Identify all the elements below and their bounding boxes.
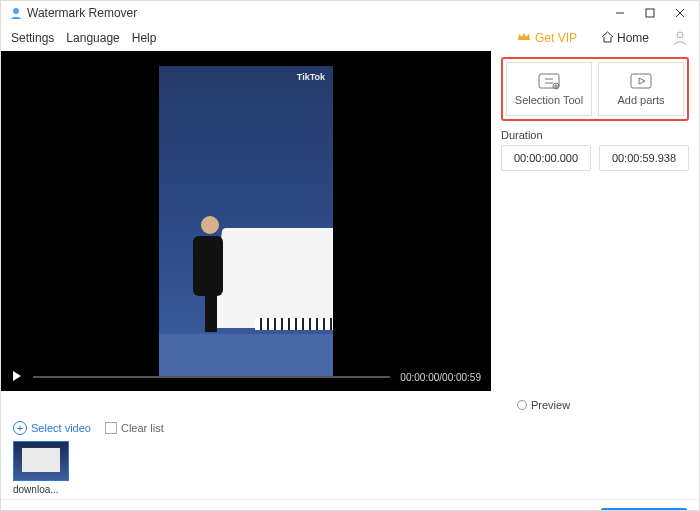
thumbnail-list: downloa... (1, 437, 699, 499)
plus-icon: + (13, 421, 27, 435)
playback-bar: 00:00:00/00:00:59 (1, 363, 491, 391)
timecode: 00:00:00/00:00:59 (400, 372, 481, 383)
clear-list-button[interactable]: Clear list (105, 422, 164, 434)
home-icon (601, 31, 614, 46)
play-button[interactable] (11, 370, 23, 385)
video-frame: TikTok (159, 66, 333, 376)
thumbnail-image (13, 441, 69, 481)
menu-settings[interactable]: Settings (11, 31, 54, 45)
window-minimize-button[interactable] (605, 1, 635, 25)
preview-row: Preview (1, 391, 699, 419)
convert-button[interactable]: Convert (601, 508, 687, 512)
add-parts-label: Add parts (617, 94, 664, 106)
side-panel: Selection Tool Add parts Duration 00:00:… (491, 51, 699, 391)
radio-icon (517, 400, 527, 410)
window-maximize-button[interactable] (635, 1, 665, 25)
video-thumbnail[interactable]: downloa... (13, 441, 73, 495)
svg-rect-8 (631, 74, 651, 88)
selection-tool-button[interactable]: Selection Tool (506, 62, 592, 116)
preview-label: Preview (531, 399, 570, 411)
select-video-button[interactable]: + Select video (13, 421, 91, 435)
svg-rect-2 (646, 9, 654, 17)
main-area: TikTok 00:00:00/00:00:59 Selection Tool … (1, 51, 699, 391)
footer-bar: Output folder Origin folder Custom Conve… (1, 499, 699, 511)
svg-point-0 (13, 8, 19, 14)
thumbnail-filename: downloa... (13, 484, 69, 495)
app-icon (9, 6, 23, 20)
crown-icon (517, 31, 531, 46)
menubar: Settings Language Help Get VIP Home (1, 25, 699, 51)
select-video-label: Select video (31, 422, 91, 434)
preview-toggle[interactable]: Preview (517, 399, 570, 411)
tool-row: Selection Tool Add parts (501, 57, 689, 121)
clear-icon (105, 422, 117, 434)
video-preview[interactable]: TikTok 00:00:00/00:00:59 (1, 51, 491, 391)
menu-help[interactable]: Help (132, 31, 157, 45)
vip-label: Get VIP (535, 31, 577, 45)
get-vip-link[interactable]: Get VIP (517, 31, 577, 46)
progress-bar[interactable] (33, 376, 390, 378)
selection-tool-label: Selection Tool (515, 94, 583, 106)
file-actions-row: + Select video Clear list (1, 419, 699, 437)
window-close-button[interactable] (665, 1, 695, 25)
add-parts-button[interactable]: Add parts (598, 62, 684, 116)
end-time-field[interactable]: 00:00:59.938 (599, 145, 689, 171)
tiktok-watermark: TikTok (297, 72, 325, 82)
app-title: Watermark Remover (27, 6, 137, 20)
svg-point-5 (677, 32, 683, 38)
menu-language[interactable]: Language (66, 31, 119, 45)
clear-list-label: Clear list (121, 422, 164, 434)
home-link[interactable]: Home (601, 31, 649, 46)
start-time-field[interactable]: 00:00:00.000 (501, 145, 591, 171)
profile-icon[interactable] (671, 29, 689, 47)
home-label: Home (617, 31, 649, 45)
duration-label: Duration (501, 129, 689, 141)
titlebar: Watermark Remover (1, 1, 699, 25)
